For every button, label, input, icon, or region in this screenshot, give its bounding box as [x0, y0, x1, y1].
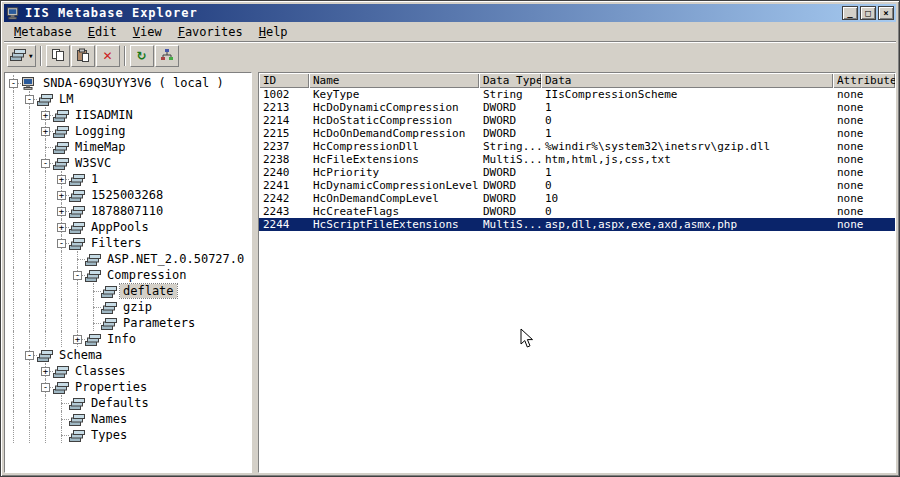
- tree-guide: [21, 107, 37, 123]
- collapse-icon[interactable]: -: [37, 155, 53, 171]
- refresh-icon: ↻: [137, 49, 147, 63]
- tree-item-1525003268[interactable]: +1525003268: [5, 187, 251, 203]
- cell-attributes: none: [833, 88, 895, 101]
- list-row-2215[interactable]: 2215HcDoOnDemandCompressionDWORD1none: [259, 127, 895, 140]
- cell-attributes: none: [833, 114, 895, 127]
- cell-data-type: DWORD: [479, 101, 541, 114]
- expand-icon[interactable]: +: [53, 171, 69, 187]
- column-header-name[interactable]: Name: [309, 73, 479, 88]
- list-row-2240[interactable]: 2240HcPriorityDWORD1none: [259, 166, 895, 179]
- menu-item-view[interactable]: View: [125, 23, 170, 41]
- collapse-icon[interactable]: -: [5, 75, 21, 91]
- app-icon: [6, 6, 22, 20]
- collapse-icon[interactable]: -: [37, 379, 53, 395]
- menu-item-edit[interactable]: Edit: [80, 23, 125, 41]
- tree-guide: [21, 251, 37, 267]
- tree-item-classes[interactable]: +Classes: [5, 363, 251, 379]
- cell-attributes: none: [833, 205, 895, 218]
- menu-item-metabase[interactable]: Metabase: [6, 23, 80, 41]
- tree-item-1878807110[interactable]: +1878807110: [5, 203, 251, 219]
- tree-item-filters[interactable]: -Filters: [5, 235, 251, 251]
- tree-item-lm[interactable]: -LM: [5, 91, 251, 107]
- tree-item-logging[interactable]: +Logging: [5, 123, 251, 139]
- list-row-1002[interactable]: 1002KeyTypeStringIIsCompressionSchemenon…: [259, 88, 895, 101]
- tree-item-1[interactable]: +1: [5, 171, 251, 187]
- cell-data: 1: [541, 166, 833, 179]
- cell-name: HcPriority: [309, 166, 479, 179]
- expand-icon[interactable]: +: [53, 203, 69, 219]
- tree-item-parameters[interactable]: Parameters: [5, 315, 251, 331]
- tree-item-properties[interactable]: -Properties: [5, 379, 251, 395]
- cell-id: 2242: [259, 192, 309, 205]
- tree-item-label: 1525003268: [88, 188, 166, 202]
- metabase-node-icon: [53, 108, 72, 122]
- column-header-attributes[interactable]: Attributes: [833, 73, 895, 88]
- tree-guide: [5, 123, 21, 139]
- menu-item-favorites[interactable]: Favorites: [170, 23, 251, 41]
- network-button[interactable]: [155, 45, 179, 67]
- list-row-2244[interactable]: 2244HcScriptFileExtensionsMultiS...asp,d…: [259, 218, 895, 231]
- paste-button[interactable]: [71, 45, 95, 67]
- tree-item-snda-69q3uyy3v6-local[interactable]: -SNDA-69Q3UYY3V6 ( local ): [5, 75, 251, 91]
- connect-server-button[interactable]: ▼: [7, 45, 36, 67]
- dropdown-caret-icon[interactable]: ▼: [29, 53, 33, 59]
- tree-item-defaults[interactable]: Defaults: [5, 395, 251, 411]
- column-header-id[interactable]: ID: [259, 73, 309, 88]
- expand-icon[interactable]: +: [53, 187, 69, 203]
- collapse-icon[interactable]: -: [21, 91, 37, 107]
- close-button[interactable]: ×: [878, 6, 894, 20]
- cell-attributes: none: [833, 140, 895, 153]
- cell-id: 2240: [259, 166, 309, 179]
- tree-item-label: W3SVC: [72, 156, 114, 170]
- metabase-node-icon: [85, 268, 104, 282]
- tree-guide: [37, 299, 53, 315]
- collapse-icon[interactable]: -: [69, 267, 85, 283]
- tree-item-info[interactable]: +Info: [5, 331, 251, 347]
- delete-icon: ✕: [103, 49, 113, 63]
- tree-item-iisadmin[interactable]: +IISADMIN: [5, 107, 251, 123]
- expand-icon[interactable]: +: [69, 331, 85, 347]
- list-row-2214[interactable]: 2214HcDoStaticCompressionDWORD0none: [259, 114, 895, 127]
- tree-item-apppools[interactable]: +AppPools: [5, 219, 251, 235]
- list-row-2243[interactable]: 2243HcCreateFlagsDWORD0none: [259, 205, 895, 218]
- delete-button[interactable]: ✕: [96, 45, 120, 67]
- list-row-2242[interactable]: 2242HcOnDemandCompLevelDWORD10none: [259, 192, 895, 205]
- collapse-icon[interactable]: -: [21, 347, 37, 363]
- tree-item-w3svc[interactable]: -W3SVC: [5, 155, 251, 171]
- maximize-button[interactable]: □: [860, 6, 876, 20]
- tree-item-schema[interactable]: -Schema: [5, 347, 251, 363]
- tree-item-label: LM: [56, 92, 76, 106]
- network-icon: [160, 48, 174, 65]
- tree-item-gzip[interactable]: gzip: [5, 299, 251, 315]
- list-row-2213[interactable]: 2213HcDoDynamicCompressionDWORD1none: [259, 101, 895, 114]
- collapse-icon[interactable]: -: [53, 235, 69, 251]
- tree-item-asp-net-2-0-50727-0[interactable]: ASP.NET_2.0.50727.0: [5, 251, 251, 267]
- cell-name: HcDoDynamicCompression: [309, 101, 479, 114]
- expand-icon[interactable]: +: [37, 123, 53, 139]
- list-row-2241[interactable]: 2241HcDynamicCompressionLevelDWORD0none: [259, 179, 895, 192]
- tree-item-types[interactable]: Types: [5, 427, 251, 443]
- cell-name: HcCreateFlags: [309, 205, 479, 218]
- copy-button[interactable]: [46, 45, 70, 67]
- column-header-data-type[interactable]: Data Type: [479, 73, 541, 88]
- minimize-button[interactable]: _: [842, 6, 858, 20]
- expand-icon[interactable]: +: [37, 363, 53, 379]
- title-bar[interactable]: IIS Metabase Explorer _ □ ×: [4, 4, 896, 22]
- tree-item-compression[interactable]: -Compression: [5, 267, 251, 283]
- tree-item-names[interactable]: Names: [5, 411, 251, 427]
- list-header: IDNameData TypeDataAttributes: [259, 73, 895, 88]
- tree-item-mimemap[interactable]: MimeMap: [5, 139, 251, 155]
- tree-item-deflate[interactable]: deflate: [5, 283, 251, 299]
- tree-guide: [53, 395, 69, 411]
- menu-item-help[interactable]: Help: [251, 23, 296, 41]
- column-header-data[interactable]: Data: [541, 73, 833, 88]
- list-row-2238[interactable]: 2238HcFileExtensionsMultiS...htm,html,js…: [259, 153, 895, 166]
- refresh-button[interactable]: ↻: [130, 45, 154, 67]
- tree-guide: [5, 411, 21, 427]
- tree-guide: [37, 395, 53, 411]
- list-row-2237[interactable]: 2237HcCompressionDllString...%windir%\sy…: [259, 140, 895, 153]
- expand-icon[interactable]: +: [37, 107, 53, 123]
- tree-guide: [85, 283, 101, 299]
- cell-name: HcFileExtensions: [309, 153, 479, 166]
- expand-icon[interactable]: +: [53, 219, 69, 235]
